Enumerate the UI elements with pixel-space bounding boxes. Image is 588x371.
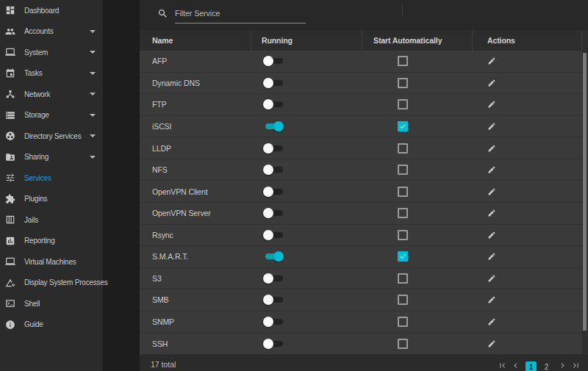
- sidebar-item-storage[interactable]: Storage: [0, 105, 103, 126]
- sidebar-item-label: Plugins: [24, 195, 47, 203]
- sidebar-item-display-system-processes[interactable]: Display System Processes: [0, 273, 103, 294]
- sidebar-item-guide[interactable]: Guide: [0, 314, 103, 336]
- service-name: Dynamic DNS: [140, 79, 251, 87]
- last-page-button[interactable]: [570, 361, 581, 371]
- next-page-button[interactable]: [557, 361, 567, 371]
- start-automatically-checkbox[interactable]: [398, 273, 408, 284]
- edit-icon: [487, 122, 496, 131]
- table-row: S3: [140, 268, 588, 290]
- running-toggle[interactable]: [263, 187, 284, 197]
- toggle-knob: [263, 339, 273, 349]
- table-row: Rsync: [140, 225, 588, 247]
- dashboard-icon: [5, 5, 15, 15]
- running-toggle[interactable]: [263, 251, 284, 262]
- storage-icon: [5, 110, 15, 120]
- start-automatically-checkbox[interactable]: [398, 187, 408, 197]
- table-row: SSH: [140, 333, 588, 355]
- table-row: OpenVPN Server: [140, 203, 588, 225]
- start-automatically-checkbox[interactable]: [398, 317, 408, 327]
- start-automatically-checkbox[interactable]: [398, 208, 408, 218]
- sidebar-item-shell[interactable]: Shell: [0, 293, 103, 314]
- edit-button[interactable]: [487, 274, 496, 283]
- start-automatically-checkbox[interactable]: [398, 78, 408, 88]
- total-count-label: 17 total: [151, 359, 176, 370]
- sidebar-item-plugins[interactable]: Plugins: [0, 189, 103, 210]
- filter-service-input[interactable]: [175, 5, 306, 24]
- running-toggle[interactable]: [263, 99, 284, 109]
- sidebar-item-services[interactable]: Services: [0, 168, 103, 189]
- edit-icon: [487, 187, 496, 196]
- table-row: SNMP: [140, 311, 588, 334]
- edit-button[interactable]: [487, 122, 496, 131]
- edit-button[interactable]: [487, 57, 496, 65]
- edit-button[interactable]: [487, 231, 496, 239]
- running-toggle[interactable]: [263, 339, 284, 349]
- column-header-start-automatically[interactable]: Start Automatically: [362, 30, 473, 51]
- sidebar: Dashboard Accounts System Tasks Network …: [0, 0, 103, 371]
- sidebar-item-system[interactable]: System: [0, 42, 103, 63]
- sidebar-item-accounts[interactable]: Accounts: [0, 21, 103, 43]
- sidebar-item-directory-services[interactable]: Directory Services: [0, 126, 103, 147]
- start-automatically-checkbox[interactable]: [398, 251, 408, 262]
- page-button-2[interactable]: 2: [541, 361, 552, 371]
- running-toggle[interactable]: [263, 230, 284, 240]
- start-automatically-checkbox[interactable]: [398, 99, 408, 109]
- toggle-knob: [273, 121, 284, 132]
- sidebar-item-sharing[interactable]: Sharing: [0, 147, 103, 168]
- toggle-knob: [263, 208, 273, 218]
- sharing-icon: [5, 152, 15, 162]
- vertical-scrollbar[interactable]: [582, 30, 588, 355]
- edit-button[interactable]: [487, 79, 496, 87]
- running-toggle[interactable]: [263, 317, 284, 327]
- edit-button[interactable]: [487, 209, 496, 217]
- sidebar-item-dashboard[interactable]: Dashboard: [0, 0, 103, 21]
- running-toggle[interactable]: [263, 295, 284, 305]
- edit-icon: [487, 274, 496, 283]
- running-toggle[interactable]: [263, 56, 284, 66]
- running-toggle[interactable]: [263, 273, 284, 284]
- sidebar-item-label: Network: [24, 90, 50, 98]
- start-automatically-checkbox[interactable]: [398, 56, 408, 66]
- start-automatically-checkbox[interactable]: [398, 230, 408, 240]
- start-automatically-checkbox[interactable]: [398, 339, 408, 349]
- sidebar-item-virtual-machines[interactable]: Virtual Machines: [0, 251, 103, 273]
- chevron-down-icon: [90, 114, 96, 117]
- previous-page-button[interactable]: [510, 361, 520, 371]
- edit-button[interactable]: [487, 295, 496, 304]
- edit-icon: [487, 295, 496, 304]
- edit-button[interactable]: [487, 100, 496, 109]
- toggle-knob: [263, 143, 273, 154]
- start-automatically-checkbox[interactable]: [398, 143, 408, 154]
- column-header-running[interactable]: Running: [251, 30, 362, 51]
- edit-button[interactable]: [487, 317, 496, 326]
- running-toggle[interactable]: [263, 143, 284, 154]
- first-page-button[interactable]: [497, 361, 507, 371]
- sidebar-item-reporting[interactable]: Reporting: [0, 231, 103, 252]
- start-automatically-checkbox[interactable]: [398, 165, 408, 175]
- start-automatically-checkbox[interactable]: [398, 295, 408, 305]
- sidebar-item-network[interactable]: Network: [0, 84, 103, 105]
- running-toggle[interactable]: [263, 78, 284, 88]
- edit-button[interactable]: [487, 187, 496, 196]
- toggle-knob: [263, 78, 273, 88]
- last-page-icon: [571, 361, 581, 370]
- column-header-name[interactable]: Name: [140, 30, 251, 51]
- edit-button[interactable]: [487, 339, 496, 348]
- column-header-actions[interactable]: Actions: [473, 30, 582, 51]
- chevron-down-icon: [90, 30, 96, 33]
- start-automatically-checkbox[interactable]: [398, 121, 408, 132]
- running-toggle[interactable]: [263, 208, 284, 218]
- scrollbar-thumb[interactable]: [583, 53, 587, 331]
- table-header: Name Running Start Automatically Actions: [140, 30, 588, 51]
- sidebar-item-tasks[interactable]: Tasks: [0, 63, 103, 84]
- running-toggle[interactable]: [263, 121, 284, 132]
- service-name: AFP: [140, 57, 251, 65]
- sidebar-item-jails[interactable]: Jails: [0, 209, 103, 231]
- page-button-1[interactable]: 1: [526, 361, 537, 371]
- edit-button[interactable]: [487, 252, 496, 261]
- service-name: OpenVPN Client: [140, 187, 251, 196]
- running-toggle[interactable]: [263, 165, 284, 175]
- edit-button[interactable]: [487, 165, 496, 174]
- table-row: NFS: [140, 159, 588, 181]
- edit-button[interactable]: [487, 144, 496, 153]
